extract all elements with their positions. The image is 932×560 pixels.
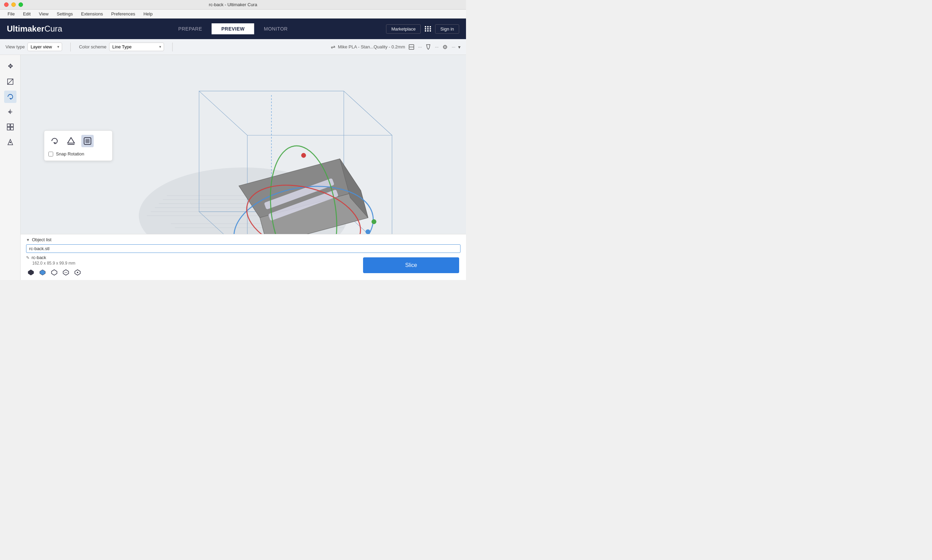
quality-icon-button[interactable] [441,43,449,51]
apps-grid-icon[interactable] [425,26,431,32]
view-type-group: View type Layer view [6,43,62,51]
snap-rotation-label: Snap Rotation [56,151,84,157]
color-scheme-label: Color scheme [79,44,106,49]
object-filename: rc-back.stl [29,246,49,251]
svg-text:✥: ✥ [8,63,13,70]
profile-label: Mike PLA - Stan...Quality - 0.2mm [338,44,405,49]
handle-right-blue[interactable] [366,229,370,234]
rotate-45-button[interactable] [82,135,94,147]
svg-marker-49 [40,270,45,275]
obj-action-color[interactable] [38,268,48,277]
minimize-button[interactable] [11,2,16,7]
logo-bold: Ultimaker [7,24,44,34]
svg-rect-16 [11,127,13,130]
left-sidebar: ✥ [0,55,21,280]
svg-marker-11 [8,110,10,114]
logo: Ultimaker Cura [7,24,62,34]
svg-rect-14 [11,124,13,127]
svg-line-8 [8,79,13,85]
menu-preferences[interactable]: Preferences [108,11,138,17]
svg-point-18 [9,142,11,143]
rotation-tools [48,135,108,147]
view-type-label: View type [6,44,25,49]
quality-dots: ··· [452,44,455,49]
maximize-button[interactable] [18,2,23,7]
svg-marker-2 [426,45,430,49]
nozzle-icon-button[interactable] [424,43,432,51]
material-dots: ··· [418,44,422,49]
color-scheme-select-wrapper[interactable]: Line Type [109,43,164,51]
collapse-icon: ▼ [26,238,30,242]
header-right: Marketplace Sign in [386,25,459,34]
svg-marker-12 [10,110,13,114]
menu-view[interactable]: View [35,11,52,17]
profile-section: ⇌ Mike PLA - Stan...Quality - 0.2mm ··· … [331,43,460,51]
place-on-face-button[interactable] [65,135,77,147]
svg-rect-13 [7,124,10,127]
sidebar-tool-move[interactable]: ✥ [4,60,17,73]
header-nav: PREPARE PREVIEW MONITOR [169,23,297,34]
window-controls[interactable] [4,2,23,7]
sidebar-tool-per-model[interactable] [4,121,17,133]
view-type-select[interactable]: Layer view [28,43,62,51]
material-icon-button[interactable] [408,43,415,51]
toolbar-divider-1 [70,43,71,51]
svg-marker-20 [68,138,74,143]
signin-button[interactable]: Sign in [435,25,459,34]
snap-rotation-row: Snap Rotation [48,151,108,157]
menu-help[interactable]: Help [140,11,156,17]
obj-action-merge[interactable] [61,268,71,277]
svg-rect-23 [85,139,89,143]
menu-file[interactable]: File [4,11,18,17]
main-area: ✥ [0,55,466,280]
view-type-select-wrapper[interactable]: Layer view [28,43,62,51]
obj-action-solid[interactable] [26,268,36,277]
nozzle-icon [425,44,431,50]
reset-rotation-button[interactable] [48,135,61,147]
nav-preview[interactable]: PREVIEW [212,23,254,34]
sidebar-tool-support[interactable] [4,136,17,148]
object-list-title: Object list [32,237,51,242]
svg-rect-15 [7,127,10,130]
window-title: rc-back - Ultimaker Cura [209,2,257,7]
menu-bar: File Edit View Settings Extensions Prefe… [0,9,466,18]
title-bar: rc-back - Ultimaker Cura [0,0,466,9]
object-list-header[interactable]: ▼ Object list [26,237,460,242]
sliders-icon: ⇌ [331,43,335,50]
slice-button[interactable]: Slice [363,257,459,273]
canvas-area[interactable]: Snap Rotation [21,55,466,280]
sidebar-tool-mirror[interactable] [4,106,17,118]
edit-icon: ✎ [26,255,29,260]
menu-settings[interactable]: Settings [53,11,76,17]
object-name: rc-back [32,255,46,260]
toolbar-row: View type Layer view Color scheme Line T… [0,39,466,55]
menu-edit[interactable]: Edit [20,11,34,17]
object-file-item: rc-back.stl [26,244,460,253]
obj-action-outline[interactable] [49,268,59,277]
profile-expand-button[interactable]: ▾ [458,44,460,50]
material-icon [408,44,415,50]
obj-action-settings[interactable] [73,268,82,277]
quality-icon [442,44,448,50]
snap-rotation-checkbox[interactable] [48,152,53,157]
handle-top[interactable] [301,153,306,158]
logo-light: Cura [44,24,62,34]
nav-monitor[interactable]: MONITOR [254,23,297,34]
handle-right[interactable] [372,219,377,224]
sidebar-tool-scale[interactable] [4,75,17,88]
nozzle-dots: ··· [435,44,438,49]
nav-prepare[interactable]: PREPARE [169,23,212,34]
svg-marker-48 [28,270,34,275]
color-scheme-group: Color scheme Line Type [79,43,164,51]
marketplace-button[interactable]: Marketplace [386,25,421,34]
svg-marker-33 [199,91,392,135]
menu-extensions[interactable]: Extensions [78,11,106,17]
svg-point-54 [77,272,78,273]
close-button[interactable] [4,2,9,7]
sidebar-tool-rotate[interactable] [4,91,17,103]
svg-marker-50 [51,270,57,275]
color-scheme-select[interactable]: Line Type [109,43,164,51]
header: Ultimaker Cura PREPARE PREVIEW MONITOR M… [0,18,466,39]
rotation-panel: Snap Rotation [44,131,112,161]
